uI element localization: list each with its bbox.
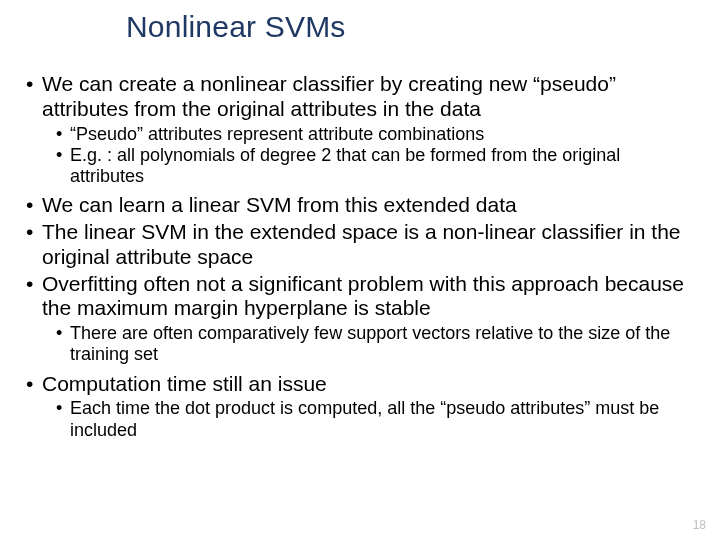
bullet-item: Computation time still an issue	[24, 372, 696, 397]
sub-bullet-item: There are often comparatively few suppor…	[54, 323, 696, 365]
sub-bullet-item: Each time the dot product is computed, a…	[54, 398, 696, 440]
sub-bullet-item: “Pseudo” attributes represent attribute …	[54, 124, 696, 145]
slide-body: We can create a nonlinear classifier by …	[24, 72, 696, 447]
bullet-item: The linear SVM in the extended space is …	[24, 220, 696, 270]
sub-bullet-list: There are often comparatively few suppor…	[24, 323, 696, 365]
bullet-item: We can learn a linear SVM from this exte…	[24, 193, 696, 218]
bullet-item: We can create a nonlinear classifier by …	[24, 72, 696, 122]
page-number: 18	[693, 518, 706, 532]
sub-bullet-list: “Pseudo” attributes represent attribute …	[24, 124, 696, 188]
bullet-list: We can create a nonlinear classifier by …	[24, 72, 696, 441]
slide: Nonlinear SVMs We can create a nonlinear…	[0, 0, 720, 540]
bullet-item: Overfitting often not a significant prob…	[24, 272, 696, 322]
sub-bullet-list: Each time the dot product is computed, a…	[24, 398, 696, 440]
sub-bullet-item: E.g. : all polynomials of degree 2 that …	[54, 145, 696, 187]
slide-title: Nonlinear SVMs	[126, 10, 346, 44]
